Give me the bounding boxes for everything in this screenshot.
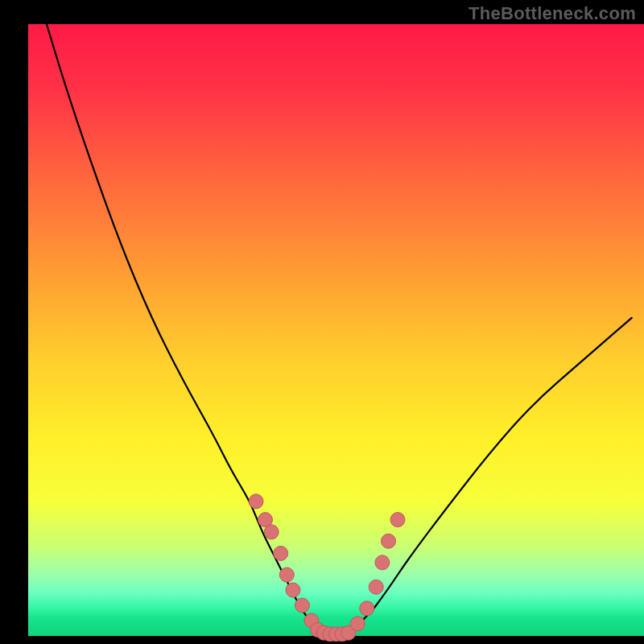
watermark-text: TheBottleneck.com (469, 3, 636, 24)
sample-point (274, 546, 288, 560)
sample-point (382, 534, 396, 548)
sample-point (390, 513, 405, 527)
sample-point (350, 617, 365, 631)
chart-container: TheBottleneck.com (0, 0, 644, 644)
sample-point (264, 525, 279, 539)
sample-point (360, 601, 374, 616)
sample-point (369, 580, 383, 594)
sample-point (375, 555, 390, 570)
sample-point (279, 568, 294, 582)
heat-background (28, 24, 644, 636)
sample-point (295, 598, 309, 613)
bottleneck-chart (0, 0, 644, 644)
sample-point (286, 583, 300, 597)
sample-point (249, 494, 263, 509)
